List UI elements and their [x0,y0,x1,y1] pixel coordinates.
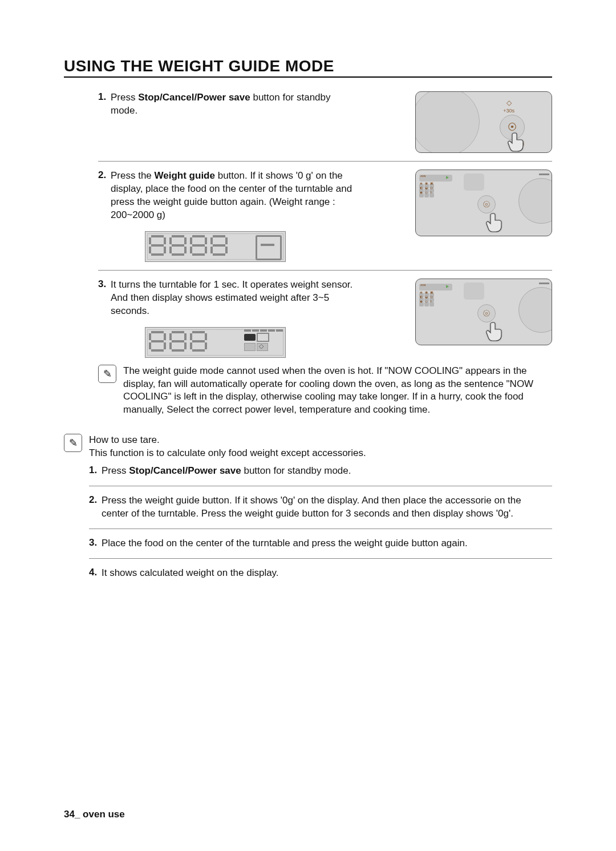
tare-step-1-suffix: button for standby mode. [241,465,351,476]
panel-mini-grid: ◈◉▣ ◐◒◎ ◆◇◊ [419,293,452,306]
tare-step-2-number: 2. [89,494,97,506]
panel-top-button [464,283,484,300]
tare-step-2-body: Press the weight guide button. If it sho… [89,494,541,521]
step-2-text: 2. Press the Weight guide button. If it … [64,170,366,262]
tare-step-1-bold: Stop/Cancel/Power save [129,465,241,476]
divider [98,161,552,162]
step-3-suffix: It turns the turntable for 1 sec. It ope… [111,279,352,316]
tare-step-1-row: 1. Press Stop/Cancel/Power save button f… [89,465,552,478]
panel-knob [518,178,552,224]
tare-step-1-prefix: Press [102,465,129,476]
panel-minus-indicator [539,283,549,284]
panel-zza-button: zza [419,175,452,182]
panel-button-grid: zza ◈◉▣ ◐◒◎ ◆◇◊ [419,284,452,306]
tare-step-4-number: 4. [89,567,97,578]
panel-top-button [464,174,484,191]
dial-knob [415,91,480,153]
step-1-bold: Stop/Cancel/Power save [138,92,250,103]
tare-step-3-number: 3. [89,537,97,548]
tare-step-3-suffix: Place the food on the center of the turn… [102,538,468,548]
combi-label: Combi [508,141,524,147]
side-labels: ◇ +30s [503,99,514,114]
tare-step-2-row: 2. Press the weight guide button. If it … [89,494,552,521]
illus-2-panel: zza ◈◉▣ ◐◒◎ ◆◇◊ ⦾ [415,170,552,236]
tare-step-1-number: 1. [89,465,97,476]
lcd-icon-area [254,234,283,259]
tare-step-2-text: 2. Press the weight guide button. If it … [89,494,552,521]
panel-knob [518,287,552,333]
symbol-icon: ◇ [503,99,514,107]
panel-minus-indicator [539,174,549,175]
note-icon: ✎ [98,365,116,383]
step-1-prefix: Press [111,92,138,103]
combi-icon: ⦿ [508,122,517,132]
divider [89,486,552,486]
step-1-number: 1. [98,91,106,103]
lcd-icon-strip: ◇ [244,329,283,351]
step-3-body: It turns the turntable for 1 sec. It ope… [98,279,355,318]
step-3-illustration: zza ◈◉▣ ◐◒◎ ◆◇◊ ⦾ [415,279,552,345]
lcd-digits [149,235,228,256]
note-cooling: ✎ The weight guide mode cannot used when… [98,365,552,417]
tare-step-2-suffix: Press the weight guide button. If it sho… [102,495,521,519]
note-icon: ✎ [64,434,82,452]
tare-step-1-body: Press Stop/Cancel/Power save button for … [89,465,541,478]
divider [98,270,552,271]
step-2-bold: Weight guide [155,170,215,181]
step-3-row: 3. It turns the turntable for 1 sec. It … [64,279,552,358]
hand-pointer-icon [485,319,509,345]
lcd-digits-2 [149,331,207,352]
tare-step-4-suffix: It shows calculated weight on the displa… [102,567,279,578]
pencil-icon: ✎ [69,437,78,449]
tare-step-1-text: 1. Press Stop/Cancel/Power save button f… [89,465,552,478]
tare-intro: This function is to calculate only food … [89,447,552,460]
panel-button-grid: zza ◈◉▣ ◐◒◎ ◆◇◊ [419,175,452,197]
lcd-display-1 [145,231,286,262]
note-cooling-text: The weight guide mode cannot used when t… [123,365,552,417]
step-2-row: 2. Press the Weight guide button. If it … [64,170,552,262]
step-1-body: Press Stop/Cancel/Power save button for … [98,91,355,118]
combi-button: ⦿ [500,115,525,140]
panel-zza-button: zza [419,284,452,291]
tare-section: ✎ How to use tare. This function is to c… [64,434,552,586]
weight-guide-button: ⦾ [477,304,496,322]
step-3-number: 3. [98,279,106,290]
tare-step-3-row: 3. Place the food on the center of the t… [89,537,552,550]
step-1-text: 1. Press Stop/Cancel/Power save button f… [64,91,366,118]
pencil-icon: ✎ [103,368,112,380]
tare-heading: How to use tare. [89,434,552,447]
lcd-display-2: ◇ [145,327,286,358]
divider [89,529,552,529]
tare-step-3-body: Place the food on the center of the turn… [89,537,541,550]
tare-step-4-body: It shows calculated weight on the displa… [89,567,541,580]
tare-step-4-text: 4. It shows calculated weight on the dis… [89,567,552,580]
step-1-illustration: ◇ +30s ⦿ Combi [415,91,552,153]
step-2-number: 2. [98,170,106,181]
weight-guide-button: ⦾ [477,195,496,213]
hand-pointer-icon [485,210,509,236]
manual-page: USING THE WEIGHT GUIDE MODE 1. Press Sto… [0,0,616,851]
panel-mini-grid: ◈◉▣ ◐◒◎ ◆◇◊ [419,184,452,197]
step-3-text: 3. It turns the turntable for 1 sec. It … [64,279,366,358]
step-1-row: 1. Press Stop/Cancel/Power save button f… [64,91,552,153]
plus-30s-label: +30s [503,108,514,114]
divider [89,558,552,559]
tare-step-4-row: 4. It shows calculated weight on the dis… [89,567,552,580]
page-footer: 34_ oven use [64,809,125,820]
title-underline [64,76,552,78]
step-2-illustration: zza ◈◉▣ ◐◒◎ ◆◇◊ ⦾ [415,170,552,236]
step-2-body: Press the Weight guide button. If it sho… [98,170,355,222]
illus-3-panel: zza ◈◉▣ ◐◒◎ ◆◇◊ ⦾ [415,279,552,345]
illus-1-panel: ◇ +30s ⦿ Combi [415,91,552,153]
tare-step-3-text: 3. Place the food on the center of the t… [89,537,552,550]
step-2-prefix: Press the [111,170,155,181]
page-title: USING THE WEIGHT GUIDE MODE [64,57,552,75]
